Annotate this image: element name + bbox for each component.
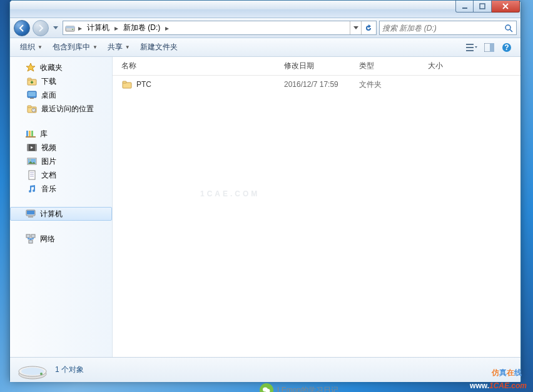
libraries-icon xyxy=(25,128,36,139)
svg-rect-27 xyxy=(35,144,36,151)
computer-icon xyxy=(25,208,36,219)
column-date[interactable]: 修改日期 xyxy=(280,59,355,73)
sidebar-item-documents[interactable]: 文档 xyxy=(10,168,112,182)
share-menu[interactable]: 共享 ▼ xyxy=(103,39,135,55)
wechat-icon xyxy=(260,383,273,392)
svg-rect-22 xyxy=(29,131,31,137)
svg-rect-36 xyxy=(31,234,35,238)
back-button[interactable] xyxy=(14,20,30,36)
sidebar-network-header[interactable]: ▷ 网络 xyxy=(10,232,112,246)
network-group: ▷ 网络 xyxy=(10,232,112,246)
sidebar-item-label: 文档 xyxy=(41,170,56,181)
drive-large-icon xyxy=(18,360,48,380)
search-box[interactable] xyxy=(379,21,517,35)
file-date-cell: 2016/12/7 17:59 xyxy=(280,79,355,90)
breadcrumb-item-drive[interactable]: 新加卷 (D:) xyxy=(121,21,163,34)
newfolder-label: 新建文件夹 xyxy=(140,42,178,53)
breadcrumb-arrow[interactable]: ▸ xyxy=(112,21,121,34)
column-name[interactable]: 名称 xyxy=(118,59,280,73)
watermark-url-text: 1CAE xyxy=(489,381,509,390)
sidebar-item-downloads[interactable]: 下载 xyxy=(10,74,112,88)
watermark-corner-url: www.1CAE.com xyxy=(470,379,527,391)
status-text: 1 个对象 xyxy=(55,364,84,375)
desktop-icon xyxy=(26,89,38,101)
sidebar-item-label: 下载 xyxy=(41,76,56,87)
file-type-cell: 文件夹 xyxy=(355,78,424,91)
sidebar-computer-header[interactable]: ▷ 计算机 xyxy=(10,207,112,221)
svg-rect-24 xyxy=(26,136,36,138)
sidebar-item-pictures[interactable]: 图片 xyxy=(10,154,112,168)
column-type[interactable]: 类型 xyxy=(355,59,424,73)
toolbar: 组织 ▼ 包含到库中 ▼ 共享 ▼ 新建文件夹 ? xyxy=(10,38,520,57)
libraries-group: ▷ 库 视频 图片 文档 音乐 xyxy=(10,127,112,196)
organize-label: 组织 xyxy=(20,42,35,53)
sidebar-item-label: 桌面 xyxy=(41,90,56,101)
watermark-footer-text: LEmon的学习日记 xyxy=(277,385,338,393)
svg-point-4 xyxy=(72,29,73,30)
include-in-library-menu[interactable]: 包含到库中 ▼ xyxy=(48,39,103,55)
view-options-button[interactable] xyxy=(463,40,480,55)
folder-icon xyxy=(121,79,133,90)
minimize-button[interactable] xyxy=(455,1,474,13)
svg-rect-19 xyxy=(28,106,31,108)
address-dropdown-icon[interactable] xyxy=(350,21,361,34)
titlebar xyxy=(10,1,520,18)
sidebar-item-label: 图片 xyxy=(41,156,56,167)
content-pane: 名称 修改日期 类型 大小 PTC 2016/12/7 17:59 文件夹 1C… xyxy=(113,57,520,357)
svg-rect-33 xyxy=(27,211,34,214)
documents-icon xyxy=(26,169,38,181)
file-name: PTC xyxy=(136,80,151,89)
downloads-icon xyxy=(26,76,38,87)
search-icon[interactable] xyxy=(504,24,514,33)
breadcrumb-item-computer[interactable]: 计算机 xyxy=(84,21,112,34)
svg-point-5 xyxy=(505,25,510,30)
svg-rect-3 xyxy=(66,26,74,28)
column-headers: 名称 修改日期 类型 大小 xyxy=(113,57,520,76)
breadcrumb-root-arrow[interactable]: ▸ xyxy=(76,21,84,34)
file-size-cell xyxy=(424,83,474,86)
svg-rect-17 xyxy=(30,98,34,99)
explorer-window: ▸ 计算机 ▸ 新加卷 (D:) ▸ 组织 ▼ 包含到 xyxy=(9,0,521,381)
organize-menu[interactable]: 组织 ▼ xyxy=(15,39,48,55)
watermark-corner-cn: 仿真在线 xyxy=(492,365,522,378)
breadcrumb: ▸ 计算机 ▸ 新加卷 (D:) ▸ xyxy=(76,21,350,34)
sidebar-item-desktop[interactable]: 桌面 xyxy=(10,88,112,102)
column-size[interactable]: 大小 xyxy=(424,59,474,73)
status-bar: 1 个对象 xyxy=(10,357,520,382)
search-input[interactable] xyxy=(382,24,504,33)
svg-rect-6 xyxy=(466,44,474,45)
svg-rect-34 xyxy=(28,216,33,218)
address-bar[interactable]: ▸ 计算机 ▸ 新加卷 (D:) ▸ xyxy=(63,21,377,35)
svg-point-43 xyxy=(40,373,43,375)
file-name-cell: PTC xyxy=(118,78,280,91)
sidebar-item-label: 音乐 xyxy=(41,184,56,194)
sidebar-item-music[interactable]: 音乐 xyxy=(10,182,112,196)
sidebar-favorites-header[interactable]: ▷ 收藏夹 xyxy=(10,61,112,74)
favorites-group: ▷ 收藏夹 下载 桌面 最近访问的位置 xyxy=(10,61,112,116)
file-row[interactable]: PTC 2016/12/7 17:59 文件夹 xyxy=(118,77,515,92)
body: ▷ 收藏夹 下载 桌面 最近访问的位置 xyxy=(10,57,520,357)
music-icon xyxy=(26,183,38,194)
include-label: 包含到库中 xyxy=(53,42,90,53)
svg-rect-7 xyxy=(466,47,474,48)
watermark-center: 1CAE.COM xyxy=(200,176,260,202)
sidebar-libraries-header[interactable]: ▷ 库 xyxy=(10,127,112,141)
file-list[interactable]: PTC 2016/12/7 17:59 文件夹 1CAE.COM xyxy=(113,76,520,357)
navigation-pane[interactable]: ▷ 收藏夹 下载 桌面 最近访问的位置 xyxy=(10,57,113,357)
close-button[interactable] xyxy=(492,1,520,13)
help-button[interactable]: ? xyxy=(498,40,515,55)
refresh-button[interactable] xyxy=(361,21,375,34)
chevron-down-icon: ▼ xyxy=(93,44,98,50)
maximize-button[interactable] xyxy=(474,1,492,13)
network-label: 网络 xyxy=(40,234,55,244)
forward-button[interactable] xyxy=(33,20,49,36)
sidebar-item-videos[interactable]: 视频 xyxy=(10,141,112,154)
preview-pane-button[interactable] xyxy=(480,40,498,55)
svg-rect-21 xyxy=(26,131,28,137)
history-dropdown-icon[interactable] xyxy=(51,22,60,34)
chevron-down-icon: ▼ xyxy=(125,44,130,50)
sidebar-item-recent[interactable]: 最近访问的位置 xyxy=(10,102,112,116)
new-folder-button[interactable]: 新建文件夹 xyxy=(135,39,183,55)
breadcrumb-arrow[interactable]: ▸ xyxy=(163,21,171,34)
recent-icon xyxy=(26,103,38,114)
